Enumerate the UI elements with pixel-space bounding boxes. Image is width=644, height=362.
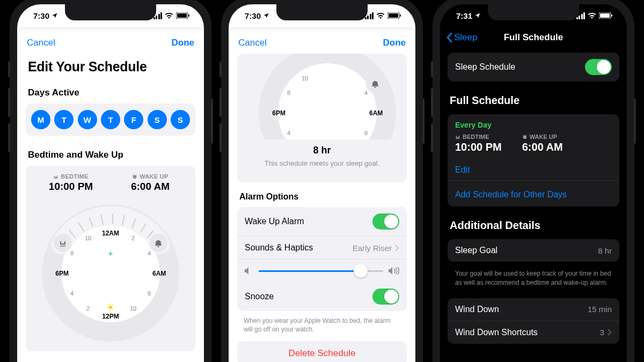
day-chip-fri[interactable]: F — [124, 110, 143, 129]
wind-down-shortcuts-value: 3 — [600, 328, 604, 337]
wifi-icon — [165, 12, 173, 19]
sounds-haptics-row[interactable]: Sounds & Haptics Early Riser — [237, 236, 407, 259]
svg-text:6AM: 6AM — [152, 270, 166, 277]
volume-slider[interactable] — [259, 270, 383, 272]
back-button[interactable]: Sleep — [447, 32, 477, 43]
add-schedule-button[interactable]: Add Schedule for Other Days — [448, 183, 619, 206]
additional-details-label: Additional Details — [440, 211, 627, 235]
svg-text:10: 10 — [85, 235, 91, 241]
alarm-options-card: Wake Up Alarm Sounds & Haptics Early Ris… — [237, 207, 407, 311]
chevron-right-icon — [395, 245, 399, 252]
sleep-goal-row[interactable]: Sleep Goal 8 hr — [448, 239, 619, 262]
wakeup-label: WAKE UP — [111, 173, 190, 180]
cancel-button[interactable]: Cancel — [238, 38, 267, 48]
wind-down-label: Wind Down — [455, 305, 499, 314]
bedtime-section-label: Bedtime and Wake Up — [17, 146, 204, 166]
svg-text:4: 4 — [148, 250, 151, 256]
battery-icon — [176, 12, 190, 19]
status-time: 7:30 — [245, 11, 261, 20]
svg-text:10: 10 — [130, 305, 136, 312]
schedule-days: Every Day — [455, 121, 612, 134]
schedule-card: Every Day BEDTIME 10:00 PM WAKE UP 6:00 … — [448, 114, 619, 183]
svg-rect-2 — [188, 14, 189, 17]
wifi-icon — [588, 12, 596, 19]
sleep-goal-value: 8 hr — [598, 246, 612, 255]
sleep-duration: 8 hr — [313, 145, 331, 156]
svg-text:2: 2 — [131, 235, 135, 241]
bedtime-label: BEDTIME — [31, 173, 111, 180]
bedtime-value: 10:00 PM — [31, 181, 111, 193]
battery-icon — [387, 12, 401, 19]
sleep-goal-label: Sleep Goal — [455, 246, 497, 255]
svg-text:8: 8 — [70, 250, 74, 256]
svg-text:10: 10 — [302, 75, 308, 82]
day-chip-sat[interactable]: S — [148, 110, 167, 129]
chevron-left-icon — [447, 32, 453, 43]
svg-text:12PM: 12PM — [102, 313, 119, 320]
svg-text:8: 8 — [287, 90, 290, 96]
day-chip-sun[interactable]: S — [171, 110, 190, 129]
cancel-button[interactable]: Cancel — [27, 38, 55, 48]
wakeup-value: 6:00 AM — [522, 140, 563, 153]
sleep-goal-note: Your goal will be used to keep track of … — [440, 266, 627, 294]
page-title: Full Schedule — [504, 32, 564, 43]
svg-text:4: 4 — [70, 290, 74, 297]
nav-bar: Sleep Full Schedule — [440, 27, 627, 48]
svg-rect-39 — [400, 14, 401, 17]
bedtime-label: BEDTIME — [455, 134, 502, 140]
svg-text:4: 4 — [287, 130, 290, 136]
modal-navbar: Cancel Done — [229, 30, 415, 54]
svg-rect-38 — [389, 13, 398, 18]
snooze-toggle[interactable] — [372, 289, 399, 305]
delete-schedule-button[interactable]: Delete Schedule — [237, 341, 407, 362]
done-button[interactable]: Done — [172, 38, 195, 48]
svg-text:6AM: 6AM — [369, 109, 383, 117]
svg-text:4: 4 — [364, 90, 368, 96]
sleep-schedule-toggle[interactable] — [585, 59, 612, 75]
svg-text:12AM: 12AM — [102, 230, 119, 237]
done-button[interactable]: Done — [383, 38, 406, 48]
apple-watch-note: When you wear your Apple Watch to bed, t… — [229, 316, 415, 341]
modal-navbar: Cancel Done — [17, 30, 204, 54]
bedtime-value: 10:00 PM — [455, 140, 502, 153]
day-chip-mon[interactable]: M — [31, 110, 50, 129]
svg-rect-64 — [611, 14, 612, 17]
sleep-goal-message: This schedule meets your sleep goal. — [243, 158, 401, 177]
svg-point-5 — [54, 234, 72, 252]
snooze-row: Snooze — [237, 282, 407, 311]
wind-down-value: 15 min — [588, 305, 612, 314]
wind-down-shortcuts-label: Wind Down Shortcuts — [455, 328, 538, 337]
edit-button[interactable]: Edit — [455, 160, 612, 180]
sleep-clock-dial[interactable]: 12AM 2 4 6AM 8 10 12PM 2 4 6PM 8 10 — [38, 200, 184, 346]
day-chip-wed[interactable]: W — [78, 110, 97, 129]
days-active-label: Days Active — [17, 84, 204, 104]
location-icon — [474, 12, 481, 19]
status-time: 7:31 — [456, 11, 472, 20]
alarm-options-label: Alarm Options — [229, 182, 415, 207]
wind-down-row[interactable]: Wind Down 15 min — [448, 298, 619, 321]
svg-text:8: 8 — [364, 130, 368, 136]
sleep-clock-dial-partial[interactable]: 6PM 8 4 6AM 4 8 2 10 12PM 10 — [243, 54, 401, 139]
full-schedule-label: Full Schedule — [440, 86, 627, 110]
snooze-label: Snooze — [245, 292, 274, 301]
sleep-schedule-label: Sleep Schedule — [455, 62, 515, 72]
wake-up-alarm-label: Wake Up Alarm — [245, 217, 304, 226]
wifi-icon — [376, 12, 385, 19]
svg-text:2: 2 — [86, 305, 90, 312]
wake-up-alarm-toggle[interactable] — [372, 213, 399, 230]
location-icon — [52, 12, 58, 19]
wake-up-alarm-row: Wake Up Alarm — [237, 207, 407, 236]
day-chip-tue[interactable]: T — [54, 110, 74, 129]
svg-text:6PM: 6PM — [55, 270, 69, 277]
volume-slider-row — [237, 259, 407, 282]
sounds-haptics-value: Early Riser — [353, 243, 392, 253]
svg-text:8: 8 — [148, 290, 151, 297]
svg-point-16 — [109, 306, 112, 309]
wind-down-shortcuts-row[interactable]: Wind Down Shortcuts 3 — [448, 321, 619, 344]
wakeup-label: WAKE UP — [522, 134, 563, 140]
chevron-right-icon — [608, 329, 612, 336]
svg-rect-1 — [177, 13, 187, 18]
location-icon — [263, 12, 269, 19]
wakeup-value: 6:00 AM — [111, 181, 190, 193]
day-chip-thu[interactable]: T — [101, 110, 120, 129]
